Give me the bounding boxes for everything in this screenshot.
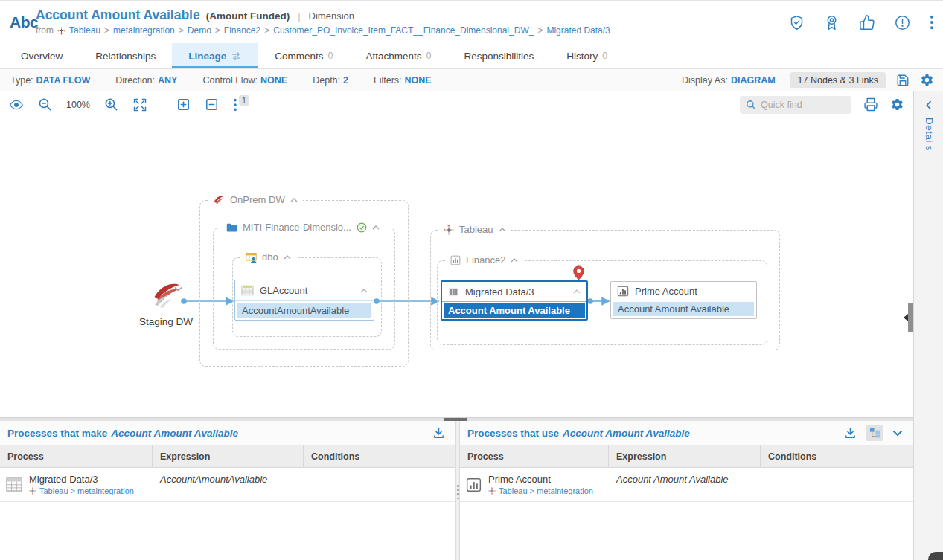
- container-miti-header[interactable]: MITI-Finance-Dimensio...: [221, 222, 385, 233]
- column-process[interactable]: Process: [0, 445, 153, 467]
- certification-ribbon-icon[interactable]: [824, 15, 840, 30]
- collapse-panel-chevron-icon[interactable]: [892, 430, 903, 437]
- chevron-up-icon[interactable]: [360, 289, 368, 293]
- filter-filters[interactable]: Filters:NONE: [374, 75, 432, 86]
- diagram-settings-gear-icon[interactable]: [890, 97, 904, 112]
- zoom-out-icon[interactable]: [38, 97, 52, 112]
- expression-value: AccountAmountAvailable: [153, 468, 304, 501]
- process-path[interactable]: Tableau > metaintegration: [488, 486, 593, 495]
- filter-depth[interactable]: Depth:2: [313, 75, 348, 86]
- breadcrumb-item-metaintegration[interactable]: metaintegration: [113, 25, 175, 36]
- container-dbo-header[interactable]: dbo: [240, 251, 296, 263]
- chevron-up-icon[interactable]: [511, 258, 518, 263]
- toolbar-separator: [162, 98, 162, 112]
- download-icon[interactable]: [844, 427, 857, 440]
- column-process[interactable]: Process: [460, 445, 609, 467]
- node-glaccount[interactable]: GLAccount AccountAmountAvailable: [234, 280, 374, 321]
- tab-overview[interactable]: Overview: [4, 43, 79, 68]
- canvas-scrollbar-thumb[interactable]: [908, 303, 913, 332]
- quick-find-input[interactable]: [761, 100, 843, 110]
- container-finance2-header[interactable]: Finance2: [445, 254, 523, 265]
- chevron-left-icon[interactable]: [926, 100, 932, 110]
- lineage-main: 100% 1: [0, 91, 913, 560]
- tab-lineage[interactable]: Lineage: [172, 43, 258, 68]
- column-expression[interactable]: Expression: [609, 445, 761, 467]
- table-row[interactable]: Migrated Data/3 Tableau > metaintegratio…: [0, 468, 455, 502]
- collapse-all-icon[interactable]: [205, 97, 219, 112]
- details-panel-label[interactable]: Details: [924, 118, 935, 151]
- thumbs-up-icon[interactable]: [859, 14, 875, 30]
- resize-corner-grip[interactable]: [928, 552, 943, 560]
- tab-relationships[interactable]: Relationships: [79, 43, 172, 68]
- lineage-swap-icon: [231, 51, 242, 61]
- staging-dw-label: Staging DW: [125, 316, 207, 327]
- staging-chevron-down-icon[interactable]: [174, 286, 182, 292]
- expand-all-icon[interactable]: [176, 97, 191, 112]
- conditions-value: [304, 468, 455, 501]
- node-migrated-data[interactable]: Migrated Data/3 Account Amount Available: [441, 280, 588, 321]
- breadcrumb-item-finance2[interactable]: Finance2: [224, 25, 260, 36]
- breadcrumb-item-fact[interactable]: Customer_PO_Invoice_Item_FACT__Finance_D…: [273, 25, 534, 36]
- report-chart-icon: [466, 477, 482, 492]
- page-title: Account Amount Available: [36, 7, 200, 23]
- chevron-up-icon[interactable]: [284, 255, 291, 260]
- conditions-value: [761, 468, 913, 501]
- tab-attachments[interactable]: Attachments0: [350, 43, 448, 68]
- splitter-dots-handle[interactable]: [457, 485, 459, 499]
- node-prime-account[interactable]: Prime Account Account Amount Available: [610, 281, 757, 319]
- process-name[interactable]: Migrated Data/3: [29, 474, 134, 485]
- chevron-up-icon[interactable]: [573, 289, 581, 294]
- breadcrumb-separator: >: [264, 25, 269, 36]
- download-icon[interactable]: [432, 427, 445, 440]
- breadcrumb-item-migrated-data[interactable]: Migrated Data/3: [546, 25, 610, 36]
- lineage-settings-gear-icon[interactable]: [920, 73, 934, 87]
- filter-direction[interactable]: Direction:ANY: [115, 75, 177, 86]
- display-as-selector[interactable]: Display As:DIAGRAM: [682, 75, 776, 86]
- tab-comments[interactable]: Comments0: [258, 43, 349, 68]
- fit-to-screen-icon[interactable]: [132, 97, 147, 112]
- breadcrumb-item-demo[interactable]: Demo: [188, 25, 211, 36]
- zoom-in-icon[interactable]: [104, 97, 118, 112]
- chevron-up-icon[interactable]: [499, 228, 506, 232]
- breadcrumb-item-tableau[interactable]: Tableau: [69, 25, 100, 36]
- lineage-canvas[interactable]: Staging DW OnPrem DW MITI-Finance-Dimens…: [0, 118, 913, 417]
- node-staging-dw[interactable]: Staging DW: [125, 280, 207, 327]
- column-expression[interactable]: Expression: [153, 445, 304, 467]
- tab-history[interactable]: History0: [550, 43, 624, 68]
- certified-check-icon: [357, 222, 367, 233]
- save-layout-icon[interactable]: [896, 74, 910, 87]
- print-icon[interactable]: [863, 97, 878, 112]
- kebab-menu-icon[interactable]: [930, 14, 934, 30]
- vertical-splitter[interactable]: [455, 421, 460, 560]
- container-onprem-dw-header[interactable]: OnPrem DW: [208, 194, 303, 205]
- tab-responsibilities[interactable]: Responsibilities: [448, 43, 551, 68]
- process-path[interactable]: Tableau > metaintegration: [29, 486, 134, 495]
- comments-count: 0: [328, 51, 333, 61]
- quick-find-box[interactable]: [740, 96, 851, 114]
- chevron-up-icon[interactable]: [290, 198, 298, 202]
- filter-control-flow[interactable]: Control Flow:NONE: [202, 75, 287, 86]
- zoom-level[interactable]: 100%: [66, 100, 90, 110]
- sql-server-icon: [213, 195, 225, 205]
- breadcrumb-separator: >: [179, 25, 184, 36]
- details-panel-collapsed[interactable]: Details: [913, 91, 943, 560]
- shield-check-icon[interactable]: [789, 15, 805, 30]
- process-name[interactable]: Prime Account: [488, 474, 593, 485]
- attribute-account-amount-available-selected[interactable]: Account Amount Available: [444, 303, 585, 318]
- expression-value: Account Amount Available: [609, 468, 761, 501]
- attachments-count: 0: [426, 51, 432, 61]
- chevron-up-icon[interactable]: [372, 225, 380, 230]
- alert-circle-icon[interactable]: [895, 15, 910, 30]
- column-conditions[interactable]: Conditions: [761, 445, 913, 467]
- location-pin-icon: [573, 265, 584, 280]
- filter-type[interactable]: Type:DATA FLOW: [10, 75, 90, 86]
- column-conditions[interactable]: Conditions: [304, 445, 455, 467]
- table-row[interactable]: Prime Account Tableau > metaintegration …: [460, 468, 913, 502]
- attribute-account-amount-available[interactable]: Account Amount Available: [613, 302, 754, 316]
- toolbar-overflow-menu[interactable]: 1: [233, 97, 249, 112]
- attribute-accountamountavailable[interactable]: AccountAmountAvailable: [237, 303, 371, 318]
- visibility-eye-icon[interactable]: [9, 98, 24, 112]
- app-header: Abc Account Amount Available (Amount Fun…: [0, 1, 943, 43]
- container-tableau-header[interactable]: Tableau: [438, 224, 511, 235]
- tree-view-toggle[interactable]: [866, 425, 883, 441]
